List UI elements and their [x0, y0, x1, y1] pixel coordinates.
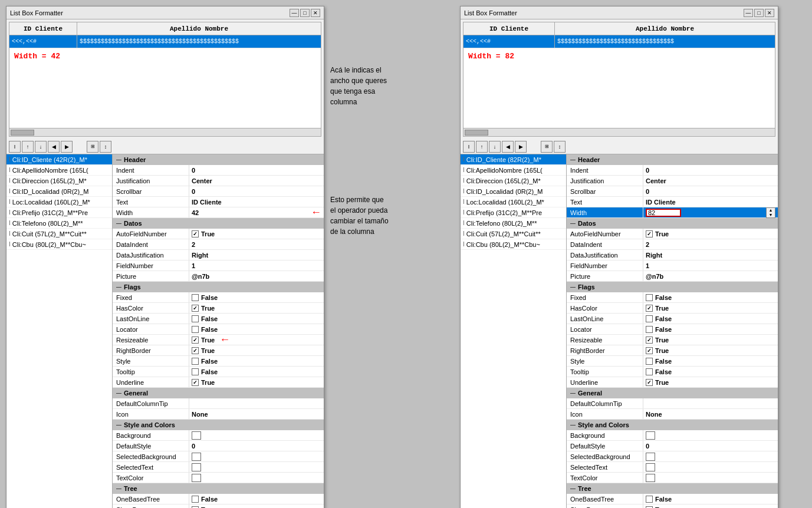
right-locator-checkbox[interactable]: [646, 326, 653, 333]
minimize-button[interactable]: —: [290, 9, 299, 17]
right-lastonline-checkbox[interactable]: [646, 315, 653, 322]
left-autofieldnum-checkbox[interactable]: [192, 230, 199, 237]
left-section-flags[interactable]: — Flags: [113, 282, 324, 292]
left-tooltip-checkbox[interactable]: [192, 368, 199, 375]
right-selectedbg-color[interactable]: [646, 453, 655, 461]
right-minimize-button[interactable]: —: [744, 9, 753, 17]
right-tool-btn-6[interactable]: ⊞: [541, 141, 553, 153]
left-tool-btn-5[interactable]: ▶: [61, 141, 73, 153]
right-tool-btn-4[interactable]: ◀: [502, 141, 514, 153]
left-locator-checkbox[interactable]: [192, 326, 199, 333]
right-col-icon-1: I: [463, 167, 465, 173]
right-col-item-5[interactable]: I Cli:Prefijo (31C(2)_M**Pre: [461, 207, 566, 218]
right-autofieldnum-checkbox[interactable]: [646, 230, 653, 237]
left-prop-selectedbg-value: [189, 451, 324, 461]
left-scrollbar-h[interactable]: [9, 128, 321, 136]
right-restore-button[interactable]: □: [754, 9, 764, 17]
left-section-general[interactable]: — General: [113, 388, 324, 398]
right-col-item-3[interactable]: I Cli:ID_Localidad (0R(2)_M: [461, 186, 566, 197]
left-onebasedtree-checkbox[interactable]: [192, 496, 199, 503]
left-tool-btn-4[interactable]: ◀: [48, 141, 60, 153]
right-onebasedtree-checkbox[interactable]: [646, 496, 653, 503]
right-col-item-0[interactable]: I Cli:ID_Cliente (82R(2)_M*: [461, 154, 566, 165]
left-tool-btn-3[interactable]: ↓: [35, 141, 47, 153]
left-rightborder-checkbox[interactable]: [192, 347, 199, 354]
right-style-checkbox[interactable]: [646, 358, 653, 365]
left-resizeable-checkbox[interactable]: [192, 337, 199, 344]
left-selectedtext-color[interactable]: [192, 463, 201, 471]
left-col-item-8[interactable]: I Cli:Cbu (80L(2)_M**Cbu~: [6, 239, 112, 250]
left-lastonline-checkbox[interactable]: [192, 315, 199, 322]
right-textcolor-color[interactable]: [646, 474, 655, 482]
left-prop-lastonline-label: LastOnLine: [113, 314, 189, 324]
right-col-item-7[interactable]: I Cli:Cuit (57L(2)_M**Cuit**: [461, 229, 566, 239]
left-section-stylecolors[interactable]: — Style and Colors: [113, 420, 324, 430]
right-rightborder-checkbox[interactable]: [646, 347, 653, 354]
right-width-spinner[interactable]: ▲ ▼: [766, 207, 775, 218]
left-underline-checkbox[interactable]: [192, 379, 199, 386]
right-section-datos[interactable]: — Datos: [567, 218, 778, 229]
right-section-header[interactable]: — Header: [567, 154, 778, 165]
right-column-list: I Cli:ID_Cliente (82R(2)_M* I Cli:Apelli…: [461, 154, 567, 508]
left-section-datos[interactable]: — Datos: [113, 218, 324, 229]
left-showboxes-checkbox[interactable]: [192, 506, 199, 509]
left-style-checkbox[interactable]: [192, 358, 199, 365]
right-close-button[interactable]: ✕: [765, 9, 774, 17]
right-flags-toggle: —: [570, 284, 576, 290]
right-col-item-4[interactable]: I Loc:Localidad (160L(2)_M*: [461, 197, 566, 207]
left-tool-btn-1[interactable]: I: [9, 141, 21, 153]
left-col-item-6[interactable]: I Cli:Telefono (80L(2)_M**: [6, 218, 112, 229]
right-col-item-2[interactable]: I Cli:Direccion (165L(2)_M*: [461, 176, 566, 186]
right-col-item-8[interactable]: I Cli:Cbu (80L(2)_M**Cbu~: [461, 239, 566, 250]
right-tool-btn-2[interactable]: ↑: [476, 141, 488, 153]
right-background-color[interactable]: [646, 431, 655, 440]
right-section-flags[interactable]: — Flags: [567, 282, 778, 292]
left-col-item-5[interactable]: I Cli:Prefijo (31C(2)_M**Pre: [6, 207, 112, 218]
right-tool-btn-5[interactable]: ▶: [515, 141, 527, 153]
left-col-item-0[interactable]: I Cli:ID_Cliente (42R(2)_M*: [6, 154, 112, 165]
left-col-item-7[interactable]: I Cli:Cuit (57L(2)_M**Cuit**: [6, 229, 112, 239]
right-showboxes-checkbox[interactable]: [646, 506, 653, 509]
right-scrollbar-thumb[interactable]: [465, 130, 488, 136]
left-scrollbar-thumb[interactable]: [11, 130, 34, 136]
right-width-input[interactable]: [646, 209, 681, 217]
right-section-stylecolors[interactable]: — Style and Colors: [567, 420, 778, 430]
left-fixed-checkbox[interactable]: [192, 294, 199, 301]
close-button[interactable]: ✕: [311, 9, 320, 17]
right-underline-checkbox[interactable]: [646, 379, 653, 386]
right-flags-section-label: Flags: [578, 283, 595, 291]
right-resizeable-checkbox[interactable]: [646, 337, 653, 344]
right-tooltip-checkbox[interactable]: [646, 368, 653, 375]
right-prop-rightborder: RightBorder True: [567, 345, 778, 356]
right-tool-btn-3[interactable]: ↓: [489, 141, 501, 153]
right-selectedtext-color[interactable]: [646, 463, 655, 471]
left-textcolor-color[interactable]: [192, 474, 201, 482]
left-background-color[interactable]: [192, 431, 201, 440]
left-tool-btn-2[interactable]: ↑: [22, 141, 34, 153]
right-width-down[interactable]: ▼: [767, 213, 775, 217]
left-col-item-1[interactable]: I Cli:ApellidoNombre (165L(: [6, 165, 112, 176]
left-col-item-4[interactable]: I Loc:Localidad (160L(2)_M*: [6, 197, 112, 207]
right-prop-scroll-value: 0: [643, 186, 778, 196]
restore-button[interactable]: □: [300, 9, 310, 17]
left-selectedbg-color[interactable]: [192, 453, 201, 461]
right-hascolor-checkbox[interactable]: [646, 305, 653, 312]
right-col-item-6[interactable]: I Cli:Telefono (80L(2)_M**: [461, 218, 566, 229]
left-col-item-2[interactable]: I Cli:Direccion (165L(2)_M*: [6, 176, 112, 186]
right-scrollbar-h[interactable]: [463, 128, 775, 136]
right-section-general[interactable]: — General: [567, 388, 778, 398]
right-col-item-1[interactable]: I Cli:ApellidoNombre (165L(: [461, 165, 566, 176]
right-tool-btn-7[interactable]: ↕: [554, 141, 566, 153]
left-section-tree[interactable]: — Tree: [113, 483, 324, 494]
left-tool-btn-6[interactable]: ⊞: [87, 141, 98, 153]
left-prop-textcolor: TextColor: [113, 473, 324, 483]
left-col-icon-8: I: [9, 241, 11, 248]
right-width-up[interactable]: ▲: [767, 208, 775, 213]
left-col-item-3[interactable]: I Cli:ID_Localidad (0R(2)_M: [6, 186, 112, 197]
left-hascolor-checkbox[interactable]: [192, 305, 199, 312]
right-tool-btn-1[interactable]: I: [463, 141, 475, 153]
right-section-tree[interactable]: — Tree: [567, 483, 778, 494]
left-section-header[interactable]: — Header: [113, 154, 324, 165]
right-fixed-checkbox[interactable]: [646, 294, 653, 301]
left-tool-btn-7[interactable]: ↕: [100, 141, 111, 153]
